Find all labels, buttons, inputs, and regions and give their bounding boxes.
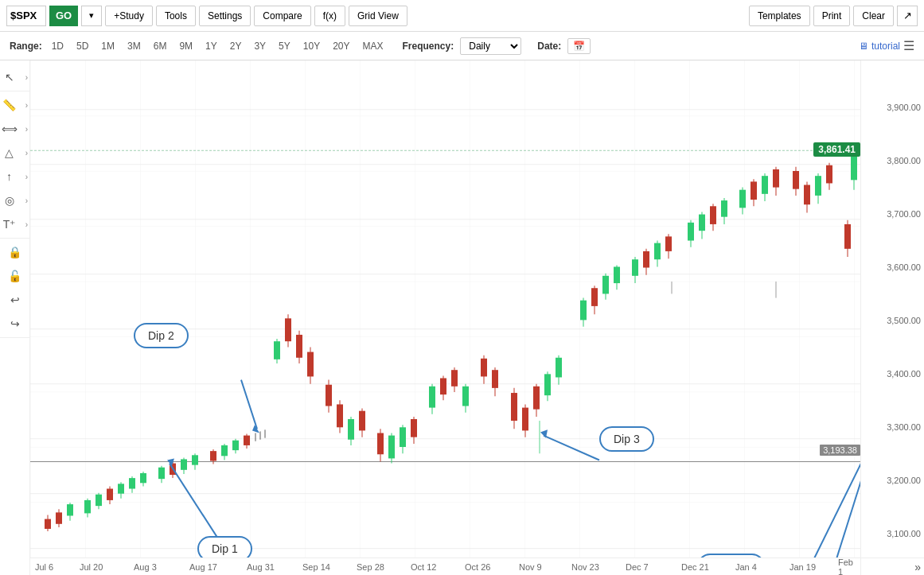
- templates-button[interactable]: Templates: [749, 6, 810, 26]
- measure-tool[interactable]: ◎: [0, 190, 21, 211]
- svg-rect-104: [632, 259, 638, 276]
- price-3800: 3,800.00: [887, 156, 921, 165]
- hamburger-button[interactable]: ☰: [903, 38, 914, 53]
- range-3y[interactable]: 3Y: [251, 39, 269, 53]
- date-nov23: Nov 23: [571, 562, 599, 572]
- date-axis-row: Jul 6 Jul 20 Aug 3 Aug 17 Aug 31 Sep 14 …: [30, 558, 924, 575]
- date-jul6: Jul 6: [35, 562, 53, 572]
- range-2y[interactable]: 2Y: [227, 39, 245, 53]
- svg-rect-96: [580, 301, 587, 321]
- settings-button[interactable]: Settings: [199, 6, 251, 26]
- range-1m[interactable]: 1M: [98, 39, 118, 53]
- svg-rect-85: [511, 393, 517, 421]
- svg-rect-123: [751, 181, 757, 200]
- frequency-select[interactable]: DailyWeeklyMonthly: [460, 37, 521, 55]
- magnet-tool[interactable]: 🔓: [3, 266, 27, 286]
- svg-rect-0: [30, 60, 860, 558]
- left-toolbar: ↖ › 📏 › ⟺ › △ › ↑ › ◎ ›: [0, 60, 30, 575]
- text-tool[interactable]: T⁺: [0, 214, 21, 235]
- svg-rect-69: [400, 427, 406, 447]
- date-jul20: Jul 20: [80, 562, 103, 572]
- cursor-tool[interactable]: ↖: [0, 67, 21, 87]
- range-5y[interactable]: 5Y: [275, 39, 294, 53]
- price-3700: 3,700.00: [887, 209, 921, 219]
- svg-rect-71: [411, 419, 417, 437]
- ticker-input[interactable]: [6, 6, 46, 26]
- range-10y[interactable]: 10Y: [300, 39, 323, 53]
- svg-rect-100: [602, 276, 609, 294]
- range-5d[interactable]: 5D: [73, 39, 92, 53]
- range-max[interactable]: MAX: [360, 39, 387, 53]
- candlestick-chart: [30, 60, 860, 558]
- svg-rect-106: [643, 251, 649, 268]
- arrow-down-button[interactable]: ▾: [81, 6, 102, 26]
- svg-rect-81: [481, 359, 487, 377]
- date-picker-button[interactable]: 📅: [567, 38, 591, 54]
- compare-button[interactable]: Compare: [254, 6, 310, 26]
- range-3m[interactable]: 3M: [124, 39, 144, 53]
- date-aug3: Aug 3: [134, 562, 157, 572]
- scroll-right-button[interactable]: »: [914, 561, 921, 573]
- svg-rect-40: [221, 445, 228, 456]
- shape-tool[interactable]: △: [0, 142, 21, 163]
- svg-rect-110: [665, 236, 672, 251]
- go-button[interactable]: GO: [49, 6, 78, 26]
- svg-rect-125: [762, 176, 768, 194]
- date-aug17: Aug 17: [189, 562, 217, 572]
- price-3900: 3,900.00: [887, 103, 921, 112]
- redo-tool[interactable]: ↪: [3, 313, 27, 334]
- undo-tool[interactable]: ↩: [3, 289, 27, 310]
- range-1y[interactable]: 1Y: [202, 39, 220, 53]
- lock-tool[interactable]: 🔒: [3, 242, 27, 262]
- study-button[interactable]: +Study: [105, 6, 153, 26]
- range-1d[interactable]: 1D: [49, 39, 67, 53]
- svg-rect-94: [556, 358, 562, 378]
- svg-rect-26: [129, 478, 135, 488]
- range-9m[interactable]: 9M: [176, 39, 196, 53]
- svg-rect-16: [67, 504, 73, 515]
- date-oct26: Oct 26: [465, 562, 490, 572]
- clear-button[interactable]: Clear: [853, 6, 894, 26]
- svg-rect-121: [739, 190, 746, 208]
- svg-rect-57: [326, 385, 332, 406]
- line-tool[interactable]: 📏: [0, 95, 21, 115]
- gridview-button[interactable]: Grid View: [349, 6, 407, 26]
- svg-rect-83: [492, 370, 498, 388]
- channel-tool[interactable]: ⟺: [0, 118, 21, 139]
- date-dec7: Dec 7: [626, 562, 649, 572]
- svg-rect-22: [107, 489, 113, 500]
- date-axis: Jul 6 Jul 20 Aug 3 Aug 17 Aug 31 Sep 14 …: [30, 558, 860, 575]
- svg-rect-14: [56, 512, 62, 523]
- chart-area[interactable]: Dip 2 Dip 1 Dip 3 Support 3,861.41 3,193: [30, 60, 860, 558]
- svg-rect-98: [591, 288, 598, 306]
- date-jan4: Jan 4: [735, 562, 757, 572]
- arrow-tool[interactable]: ↑: [0, 166, 21, 187]
- svg-rect-77: [451, 370, 458, 387]
- main-area: ↖ › 📏 › ⟺ › △ › ↑ › ◎ ›: [0, 60, 924, 575]
- date-aug31: Aug 31: [247, 562, 275, 572]
- price-3100: 3,100.00: [887, 529, 921, 538]
- range-label: Range:: [10, 41, 42, 52]
- top-toolbar: GO ▾ +Study Tools Settings Compare f(x) …: [0, 0, 924, 32]
- expand-button[interactable]: ↗: [897, 6, 918, 26]
- svg-rect-59: [337, 404, 343, 427]
- svg-rect-134: [815, 176, 821, 196]
- date-feb1: Feb 1: [838, 558, 860, 576]
- fx-button[interactable]: f(x): [314, 6, 345, 26]
- print-button[interactable]: Print: [813, 6, 851, 26]
- svg-rect-49: [274, 341, 280, 359]
- frequency-label: Frequency:: [403, 41, 454, 52]
- tutorial-icon: 🖥: [859, 41, 868, 52]
- svg-rect-38: [210, 451, 216, 460]
- svg-rect-87: [522, 408, 528, 431]
- range-6m[interactable]: 6M: [150, 39, 170, 53]
- svg-rect-18: [84, 500, 91, 513]
- price-3200: 3,200.00: [887, 476, 921, 485]
- tutorial-link[interactable]: 🖥 tutorial ☰: [859, 38, 914, 53]
- tools-button[interactable]: Tools: [156, 6, 196, 26]
- price-axis: 3,900.00 3,800.00 3,700.00 3,600.00 3,50…: [860, 60, 924, 558]
- range-20y[interactable]: 20Y: [329, 39, 353, 53]
- date-jan19: Jan 19: [789, 562, 816, 572]
- svg-rect-36: [192, 455, 198, 464]
- svg-rect-12: [45, 519, 51, 529]
